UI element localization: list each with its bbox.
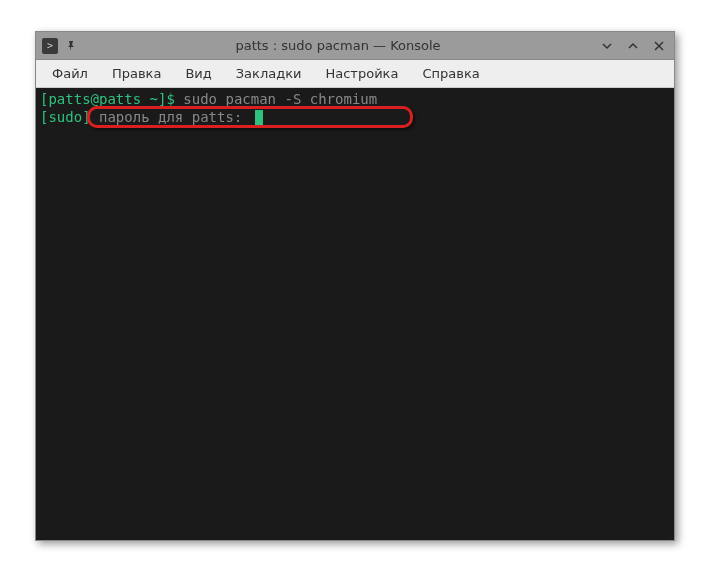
titlebar-left: [42, 38, 78, 54]
terminal-icon: [42, 38, 58, 54]
menu-settings[interactable]: Настройка: [313, 62, 410, 85]
minimize-button[interactable]: [598, 37, 616, 55]
menu-edit[interactable]: Правка: [100, 62, 173, 85]
menu-file[interactable]: Файл: [40, 62, 100, 85]
window-controls: [598, 37, 668, 55]
prompt-path: ~]: [141, 91, 166, 107]
password-prompt-text: пароль для patts:: [91, 109, 251, 125]
window-title: patts : sudo pacman — Konsole: [78, 38, 598, 53]
terminal-line-1: [patts@patts ~]$ sudo pacman -S chromium: [40, 90, 654, 108]
password-prompt-highlight: пароль для patts:: [91, 108, 263, 126]
command-text: sudo pacman -S chromium: [183, 91, 377, 107]
menu-view[interactable]: Вид: [173, 62, 223, 85]
menubar: Файл Правка Вид Закладки Настройка Справ…: [36, 60, 674, 88]
menu-help[interactable]: Справка: [410, 62, 491, 85]
titlebar: patts : sudo pacman — Konsole: [36, 32, 674, 60]
maximize-button[interactable]: [624, 37, 642, 55]
pin-icon[interactable]: [64, 39, 78, 53]
prompt-user-host: [patts@patts: [40, 91, 141, 107]
close-button[interactable]: [650, 37, 668, 55]
konsole-window: patts : sudo pacman — Konsole Файл Правк…: [35, 31, 675, 541]
prompt-symbol: $: [166, 91, 183, 107]
terminal-area[interactable]: [patts@patts ~]$ sudo pacman -S chromium…: [36, 88, 674, 540]
terminal-cursor: [255, 110, 263, 125]
sudo-prefix: [sudo]: [40, 109, 91, 125]
menu-bookmarks[interactable]: Закладки: [224, 62, 314, 85]
terminal-line-2: [sudo] пароль для patts:: [40, 108, 654, 126]
